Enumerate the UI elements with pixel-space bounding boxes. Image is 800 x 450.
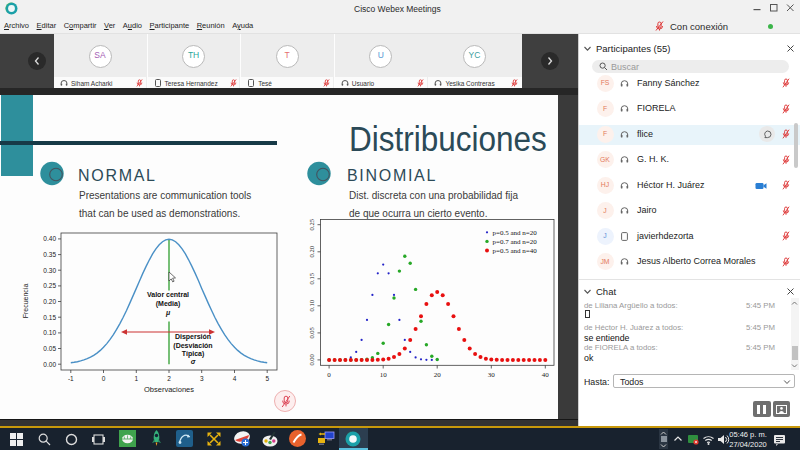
svg-text:0.30: 0.30 xyxy=(43,267,56,274)
svg-text:p=0.5 and n=20: p=0.5 and n=20 xyxy=(493,229,538,237)
svg-text:0.25: 0.25 xyxy=(43,282,56,289)
svg-text:Frecuencia: Frecuencia xyxy=(22,284,29,319)
svg-text:0.15: 0.15 xyxy=(43,314,56,321)
svg-text:40: 40 xyxy=(542,371,550,379)
svg-text:3: 3 xyxy=(200,375,204,382)
svg-text:2: 2 xyxy=(167,375,171,382)
svg-text:Dispersión: Dispersión xyxy=(175,333,211,341)
svg-text:4: 4 xyxy=(233,375,237,382)
svg-text:-1: -1 xyxy=(68,375,74,382)
svg-text:0.40: 0.40 xyxy=(43,235,56,242)
svg-text:0.15: 0.15 xyxy=(308,273,315,284)
svg-text:0.00: 0.00 xyxy=(308,354,315,365)
svg-text:0.10: 0.10 xyxy=(43,329,56,336)
svg-text:p=0.7 and n=20: p=0.7 and n=20 xyxy=(493,238,538,246)
svg-text:σ: σ xyxy=(191,358,196,365)
svg-text:0.35: 0.35 xyxy=(43,251,56,258)
svg-text:0.25: 0.25 xyxy=(308,219,315,230)
svg-text:(Desviación: (Desviación xyxy=(173,342,212,350)
svg-text:0.00: 0.00 xyxy=(43,361,56,368)
svg-text:0.10: 0.10 xyxy=(308,300,315,311)
svg-text:5: 5 xyxy=(265,375,269,382)
svg-text:1: 1 xyxy=(134,375,138,382)
svg-text:10: 10 xyxy=(380,371,388,379)
svg-text:0.05: 0.05 xyxy=(43,345,56,352)
svg-text:μ: μ xyxy=(165,309,171,317)
svg-text:p=0.5 and n=40: p=0.5 and n=40 xyxy=(493,247,538,255)
svg-text:(Media): (Media) xyxy=(156,300,181,308)
svg-text:Observaciones: Observaciones xyxy=(144,385,194,394)
svg-text:Valor central: Valor central xyxy=(147,291,189,298)
svg-text:20: 20 xyxy=(434,371,442,379)
svg-text:0.05: 0.05 xyxy=(308,327,315,338)
svg-text:0: 0 xyxy=(327,371,331,379)
svg-text:0.20: 0.20 xyxy=(43,298,56,305)
svg-text:30: 30 xyxy=(488,371,496,379)
svg-text:0: 0 xyxy=(102,375,106,382)
svg-text:0.20: 0.20 xyxy=(308,246,315,257)
